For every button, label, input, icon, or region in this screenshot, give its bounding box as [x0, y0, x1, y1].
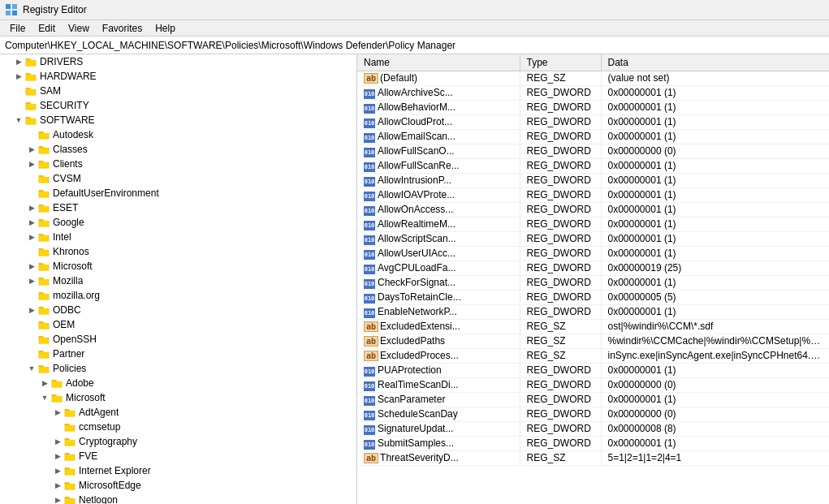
expand-btn-fve[interactable]: ▶	[52, 450, 63, 462]
table-row[interactable]: 010AllowIOAVProte...REG_DWORD0x00000001 …	[357, 187, 829, 202]
table-row[interactable]: 010RealTimeScanDi...REG_DWORD0x00000000 …	[357, 377, 829, 392]
menu-file[interactable]: File	[3, 22, 32, 35]
tree-node-clients[interactable]: ▶ Clients	[0, 157, 356, 171]
expand-btn-hardware[interactable]: ▶	[13, 71, 24, 82]
tree-node-oem[interactable]: OEM	[0, 317, 356, 332]
expand-btn-adobe[interactable]: ▶	[39, 377, 50, 389]
cell-data: 0x00000005 (5)	[601, 290, 829, 304]
table-row[interactable]: 010AllowFullScanRe...REG_DWORD0x00000001…	[357, 158, 829, 173]
tree-node-microsoft[interactable]: ▶ Microsoft	[0, 259, 356, 274]
tree-node-cvsm[interactable]: CVSM	[0, 171, 356, 186]
table-row[interactable]: abExcludedProces...REG_SZinSync.exe|inSy…	[357, 348, 829, 363]
tree-node-defaultuserenv[interactable]: DefaultUserEnvironment	[0, 186, 356, 200]
tree-node-fve[interactable]: ▶ FVE	[0, 449, 356, 463]
table-row[interactable]: 010AvgCPULoadFa...REG_DWORD0x00000019 (2…	[357, 261, 829, 275]
tree-node-policies[interactable]: ▼ Policies	[0, 361, 356, 376]
tree-node-adobe[interactable]: ▶ Adobe	[0, 376, 356, 390]
tree-node-netlogon[interactable]: ▶ Netlogon	[0, 493, 356, 504]
table-row[interactable]: abExcludedPathsREG_SZ%windir%\CCMCache|%…	[357, 334, 829, 348]
menu-view[interactable]: View	[62, 22, 96, 35]
expand-btn-microsoftedge[interactable]: ▶	[52, 480, 63, 491]
expand-btn-classes[interactable]: ▶	[26, 144, 37, 155]
tree-node-hardware[interactable]: ▶ HARDWARE	[0, 69, 356, 84]
expand-btn-odbc[interactable]: ▶	[26, 304, 37, 316]
folder-icon-drivers	[24, 55, 37, 68]
table-row[interactable]: 010ScanParameterREG_DWORD0x00000001 (1)	[357, 392, 829, 407]
menu-help[interactable]: Help	[149, 22, 182, 35]
node-label-internetexplorer: Internet Explorer	[79, 465, 151, 476]
tree-node-sam[interactable]: SAM	[0, 84, 356, 98]
expand-btn-internetexplorer[interactable]: ▶	[52, 465, 63, 476]
tree-node-cryptography[interactable]: ▶ Cryptography	[0, 434, 356, 449]
svg-rect-2	[6, 11, 11, 15]
table-row[interactable]: 010AllowBehaviorM...REG_DWORD0x00000001 …	[357, 100, 829, 114]
table-row[interactable]: 010PUAProtectionREG_DWORD0x00000001 (1)	[357, 363, 829, 377]
col-header-data[interactable]: Data	[601, 54, 829, 71]
tree-panel[interactable]: ▶ DRIVERS▶ HARDWARE SAM SECURITY▼ SOFTWA…	[0, 54, 357, 504]
table-row[interactable]: abThreatSeverityD...REG_SZ5=1|2=1|1=2|4=…	[357, 450, 829, 465]
tree-node-openssh[interactable]: OpenSSH	[0, 332, 356, 347]
expand-btn-policies-microsoft[interactable]: ▼	[39, 392, 50, 403]
tree-node-security[interactable]: SECURITY	[0, 98, 356, 113]
expand-btn-cryptography[interactable]: ▶	[52, 436, 63, 447]
table-row[interactable]: abExcludedExtensi...REG_SZost|%windir%\C…	[357, 319, 829, 334]
tree-node-mozilla[interactable]: ▶ Mozilla	[0, 274, 356, 288]
node-label-adobe: Adobe	[66, 377, 94, 389]
expand-btn-mozilla[interactable]: ▶	[26, 275, 37, 286]
tree-node-drivers[interactable]: ▶ DRIVERS	[0, 54, 356, 69]
table-row[interactable]: 010AllowFullScanO...REG_DWORD0x00000000 …	[357, 144, 829, 158]
table-row[interactable]: 010AllowRealtimeM...REG_DWORD0x00000001 …	[357, 217, 829, 231]
col-header-name[interactable]: Name	[357, 54, 520, 71]
expand-btn-intel[interactable]: ▶	[26, 231, 37, 243]
tree-node-eset[interactable]: ▶ ESET	[0, 200, 356, 215]
table-row[interactable]: ab(Default)REG_SZ(value not set)	[357, 71, 829, 85]
tree-node-microsoftedge[interactable]: ▶ MicrosoftEdge	[0, 478, 356, 493]
expand-btn-drivers[interactable]: ▶	[13, 56, 24, 67]
expand-btn-clients[interactable]: ▶	[26, 158, 37, 170]
tree-node-autodesk[interactable]: Autodesk	[0, 127, 356, 142]
table-row[interactable]: 010ScheduleScanDayREG_DWORD0x00000000 (0…	[357, 407, 829, 421]
tree-node-odbc[interactable]: ▶ ODBC	[0, 303, 356, 317]
tree-node-intel[interactable]: ▶ Intel	[0, 230, 356, 244]
table-row[interactable]: 010AllowCloudProt...REG_DWORD0x00000001 …	[357, 114, 829, 129]
expand-btn-google[interactable]: ▶	[26, 217, 37, 228]
tree-node-adtagent[interactable]: ▶ AdtAgent	[0, 405, 356, 420]
table-row[interactable]: 010AllowOnAccess...REG_DWORD0x00000001 (…	[357, 202, 829, 217]
tree-node-google[interactable]: ▶ Google	[0, 215, 356, 230]
table-row[interactable]: 010DaysToRetainCle...REG_DWORD0x00000005…	[357, 290, 829, 304]
expand-btn-netlogon[interactable]: ▶	[52, 494, 63, 504]
tree-node-classes[interactable]: ▶ Classes	[0, 142, 356, 157]
cell-name: 010AllowEmailScan...	[357, 129, 520, 144]
menu-favorites[interactable]: Favorites	[96, 22, 149, 35]
table-row[interactable]: 010CheckForSignat...REG_DWORD0x00000001 …	[357, 275, 829, 290]
folder-icon-clients	[37, 157, 50, 170]
tree-node-partner[interactable]: Partner	[0, 347, 356, 361]
table-row[interactable]: 010AllowScriptScan...REG_DWORD0x00000001…	[357, 231, 829, 246]
cell-name: ab(Default)	[357, 71, 520, 85]
table-row[interactable]: 010SignatureUpdat...REG_DWORD0x00000008 …	[357, 421, 829, 436]
expand-btn-adtagent[interactable]: ▶	[52, 407, 63, 418]
tree-node-khronos[interactable]: Khronos	[0, 244, 356, 259]
menu-edit[interactable]: Edit	[32, 22, 62, 35]
cell-data: 0x00000001 (1)	[601, 129, 829, 144]
expand-btn-policies[interactable]: ▼	[26, 363, 37, 374]
table-row[interactable]: 010AllowEmailScan...REG_DWORD0x00000001 …	[357, 129, 829, 144]
table-row[interactable]: 010EnableNetworkP...REG_DWORD0x00000001 …	[357, 304, 829, 319]
expand-btn-software[interactable]: ▼	[13, 114, 24, 126]
table-row[interactable]: 010AllowIntrusionP...REG_DWORD0x00000001…	[357, 173, 829, 187]
tree-node-internetexplorer[interactable]: ▶ Internet Explorer	[0, 463, 356, 478]
table-scroll[interactable]: Name Type Data ab(Default)REG_SZ(value n…	[357, 54, 829, 504]
tree-node-ccmsetup[interactable]: ccmsetup	[0, 420, 356, 434]
tree-node-software[interactable]: ▼ SOFTWARE	[0, 113, 356, 127]
expand-btn-microsoft[interactable]: ▶	[26, 261, 37, 272]
expand-btn-eset[interactable]: ▶	[26, 202, 37, 213]
table-row[interactable]: 010AllowUserUIAcc...REG_DWORD0x00000001 …	[357, 246, 829, 261]
folder-icon-odbc	[37, 304, 50, 317]
table-row[interactable]: 010AllowArchiveSc...REG_DWORD0x00000001 …	[357, 85, 829, 100]
table-row[interactable]: 010SubmitSamples...REG_DWORD0x00000001 (…	[357, 436, 829, 450]
col-header-type[interactable]: Type	[520, 54, 601, 71]
tree-node-policies-microsoft[interactable]: ▼ Microsoft	[0, 390, 356, 405]
node-label-software: SOFTWARE	[40, 114, 95, 126]
tree-node-mozillaorg[interactable]: mozilla.org	[0, 288, 356, 303]
svg-rect-1	[12, 4, 17, 9]
